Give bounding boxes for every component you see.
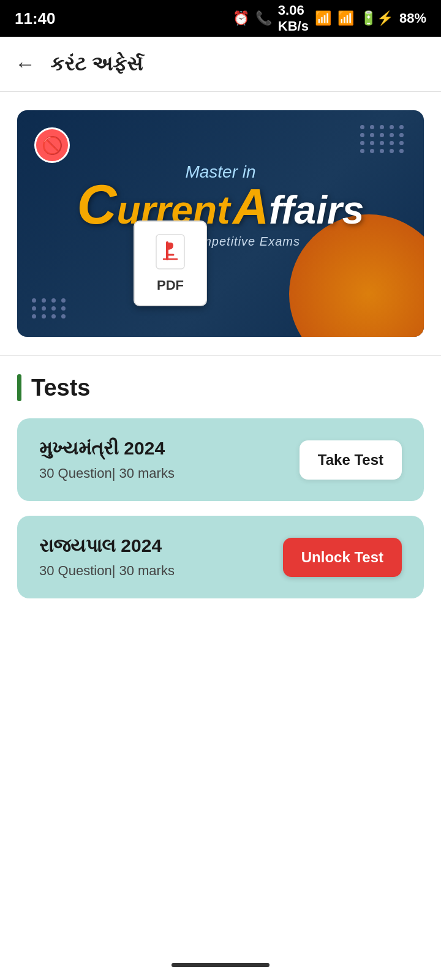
banner-c-letter: C [77, 174, 117, 235]
wifi-icon: 📶 [315, 10, 331, 26]
banner-text: Master in Current Affairs For All Compet… [77, 162, 364, 285]
status-icons: ⏰ 📞 3.06KB/s 📶 📶 🔋⚡ 88% [233, 2, 426, 34]
page-title: કરંટ અફેર્સ [50, 53, 143, 75]
home-indicator [172, 963, 270, 967]
banner-subtitle: For All Competitive Exams [77, 235, 364, 249]
banner-container: 🚫 Master in Current Affairs For All Comp… [0, 92, 441, 349]
svg-rect-0 [156, 235, 184, 269]
dots-bottom-left [32, 298, 67, 318]
test-card-2: રાજ્યપાલ 2024 30 Question| 30 marks Unlo… [17, 516, 424, 598]
back-button[interactable]: ← [15, 52, 36, 76]
tests-section: Tests મુખ્યમંત્રી 2024 30 Question| 30 m… [0, 362, 441, 625]
current-affairs-banner: 🚫 Master in Current Affairs For All Comp… [17, 110, 424, 337]
pdf-label: PDF [157, 277, 184, 293]
data-speed: 3.06KB/s [278, 2, 309, 34]
test-card-1: મુખ્યમંત્રી 2024 30 Question| 30 marks T… [17, 418, 424, 501]
pdf-symbol [155, 233, 186, 275]
section-title: Tests [31, 375, 90, 401]
take-test-button[interactable]: Take Test [300, 440, 402, 480]
test-card-1-title: મુખ્યમંત્રી 2024 [39, 438, 300, 459]
signal-icon: 📶 [337, 10, 354, 26]
status-bar: 11:40 ⏰ 📞 3.06KB/s 📶 📶 🔋⚡ 88% [0, 0, 441, 37]
phone-icon: 📞 [255, 10, 272, 26]
test-card-1-info: મુખ્યમંત્રી 2024 30 Question| 30 marks [39, 438, 300, 481]
no-edit-icon: 🚫 [34, 127, 70, 163]
test-card-2-meta: 30 Question| 30 marks [39, 563, 283, 579]
alarm-icon: ⏰ [233, 10, 249, 26]
battery-icon: 🔋⚡ [360, 10, 393, 26]
section-header: Tests [17, 374, 424, 401]
unlock-test-button[interactable]: Unlock Test [283, 538, 402, 577]
dots-top-right [360, 125, 405, 153]
bottom-bar [0, 949, 441, 980]
battery-percent: 88% [399, 10, 426, 26]
top-bar: ← કરંટ અફેર્સ [0, 37, 441, 92]
banner-ffairs: ffairs [269, 188, 364, 232]
test-card-2-title: રાજ્યપાલ 2024 [39, 535, 283, 557]
status-time: 11:40 [15, 9, 56, 28]
section-bar-indicator [17, 374, 21, 401]
banner-a-letter: A [233, 178, 269, 234]
pdf-icon-box[interactable]: PDF [134, 221, 207, 306]
test-card-2-info: રાજ્યપાલ 2024 30 Question| 30 marks [39, 535, 283, 579]
divider-1 [0, 355, 441, 356]
test-card-1-meta: 30 Question| 30 marks [39, 466, 300, 481]
